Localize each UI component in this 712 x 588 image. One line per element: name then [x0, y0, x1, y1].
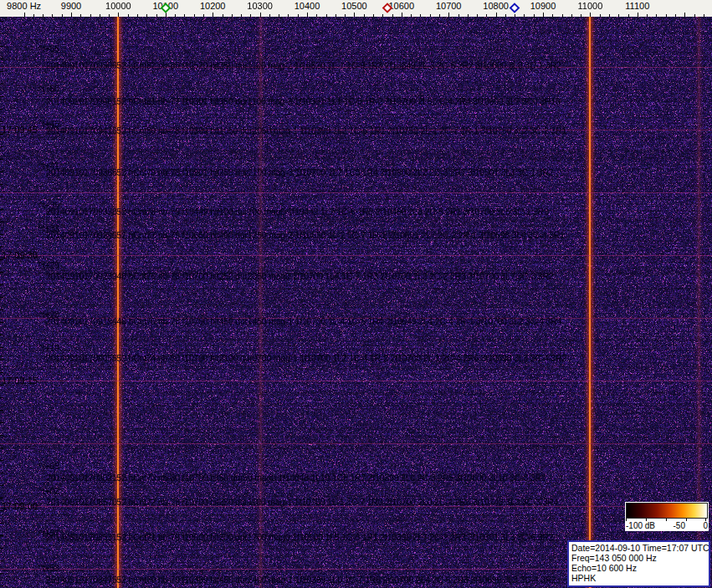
freq-tick-label: 10700 [436, 1, 462, 11]
freq-tick-mark [402, 13, 402, 17]
detection-log-line: 20140910170853152 hCnt71 nb-79 f10600 hi… [46, 532, 554, 542]
time-tick-mark [0, 284, 3, 285]
detection-log-line: 20140910170929652 hCnt77 nb-79 f10650 hi… [46, 230, 565, 240]
freq-tick-mark [232, 14, 233, 17]
db-label-mid: -50 [674, 521, 685, 530]
freq-tick-mark [581, 14, 581, 17]
freq-tick-mark [392, 14, 393, 17]
db-tick [646, 519, 647, 521]
time-tick-mark [0, 397, 3, 398]
freq-tick-mark [109, 14, 110, 17]
freq-tick-mark [260, 13, 261, 17]
time-tick-mark [0, 360, 3, 360]
time-tick-mark [0, 234, 3, 235]
freq-tick-mark [628, 14, 629, 17]
freq-tick-mark [562, 14, 563, 17]
freq-tick-label: 10600 [389, 1, 415, 11]
freq-tick-mark [618, 14, 619, 17]
time-tick-mark [0, 109, 3, 110]
time-tick-mark [0, 121, 3, 122]
freq-tick-mark [590, 13, 591, 17]
time-tick-mark [0, 259, 3, 260]
freq-tick-mark [279, 14, 279, 17]
freq-tick-mark [298, 14, 299, 17]
time-tick-mark [0, 21, 3, 22]
detection-log-line: 20140910170857052 hCnt72 nb-78 f10700 hi… [46, 497, 558, 507]
time-tick-mark [0, 309, 3, 310]
time-tick-mark [0, 372, 3, 373]
detection-log-line: 20140910170936552 hCnt79 nb-78 f10901 hi… [46, 167, 554, 177]
db-scale-labels: -100 dB -50 0 [626, 521, 708, 530]
freq-tick-mark [269, 14, 270, 17]
time-tick-mark [0, 473, 3, 473]
freq-tick-mark [213, 13, 213, 17]
time-tick-mark [0, 498, 3, 499]
freq-tick-mark [326, 14, 327, 17]
freq-tick-mark [345, 14, 346, 17]
time-tick-mark [0, 159, 3, 160]
freq-tick-mark [156, 14, 157, 17]
freq-tick-mark [146, 14, 147, 17]
freq-tick-mark [80, 14, 81, 17]
freq-tick-mark [543, 13, 544, 17]
detection-log-line: 20140910170919448 hCnt75 nb-78 f10700 hi… [46, 316, 561, 326]
time-tick-mark [0, 134, 3, 135]
freq-tick-label: 9800 Hz [7, 1, 41, 11]
freq-tick-mark [52, 14, 53, 17]
time-tick-mark [0, 523, 3, 524]
freq-tick-mark [316, 14, 317, 17]
detection-log-line: 20140910170933852 hCnt78 nb-79 f10449 hi… [46, 207, 549, 217]
freq-tick-mark [288, 14, 289, 17]
freq-tick-mark [647, 14, 648, 17]
time-tick-mark [0, 71, 3, 72]
time-tick-mark [0, 410, 3, 411]
freq-tick-mark [354, 13, 355, 17]
freq-tick-label: 10200 [200, 1, 226, 11]
time-tick-mark [0, 548, 3, 549]
info-frequency: Freq=143 050 000 Hz [571, 553, 706, 563]
time-tick-mark [0, 535, 3, 536]
freq-tick-mark [524, 14, 525, 17]
freq-tick-mark [694, 14, 695, 17]
time-tick-mark [0, 435, 3, 436]
freq-tick-mark [411, 14, 412, 17]
time-tick-mark [0, 460, 3, 461]
freq-tick-label: 11100 [625, 1, 649, 11]
time-axis-label: 17:09:00 [2, 501, 38, 511]
time-gridline [0, 381, 712, 381]
time-tick-mark [0, 96, 3, 97]
detection-log-line: 20140910170902152 hCnt73 nb-80 f10700 hi… [46, 473, 546, 483]
freq-tick-mark [203, 14, 204, 17]
time-gridline [0, 443, 712, 444]
freq-tick-mark [43, 14, 44, 17]
freq-tick-mark [175, 14, 176, 17]
freq-tick-mark [534, 14, 535, 17]
freq-tick-mark [90, 14, 91, 17]
detection-time-marker: ^t+19 [38, 343, 59, 353]
blue-diamond-marker-icon[interactable] [510, 3, 520, 13]
detection-log-line: 20140910170941652 hCnt80 nb-78 f10399 hi… [46, 125, 566, 135]
freq-tick-mark [24, 13, 25, 17]
freq-tick-label: 10500 [341, 1, 367, 11]
time-tick-mark [0, 335, 3, 335]
freq-tick-mark [675, 14, 676, 17]
freq-tick-mark [420, 14, 421, 17]
freq-tick-mark [666, 14, 667, 17]
detection-log-line: 20140910170950652 hCnt82 nb-80 f10520 hi… [46, 60, 561, 70]
freq-tick-mark [223, 14, 223, 17]
db-scale-ticks [626, 519, 708, 521]
time-gridline [0, 255, 712, 256]
freq-tick-mark [128, 14, 129, 17]
freq-tick-mark [336, 14, 336, 17]
freq-tick-mark [250, 14, 251, 17]
time-tick-mark [0, 222, 3, 222]
time-tick-mark [0, 510, 3, 511]
time-axis-label: 17:09:30 [2, 250, 38, 260]
detection-time-marker: ^t+53 [38, 563, 59, 573]
freq-tick-label: 10300 [247, 1, 273, 11]
spectrogram: 17:09:4517:09:3017:09:1517:09:00^t+55201… [0, 17, 712, 588]
db-gradient-bar [626, 503, 708, 519]
db-tick [626, 519, 627, 521]
time-tick-mark [0, 209, 3, 210]
detection-log-line: 20140910170847552 hCnt70 nb-79 f10399 hi… [46, 575, 556, 585]
